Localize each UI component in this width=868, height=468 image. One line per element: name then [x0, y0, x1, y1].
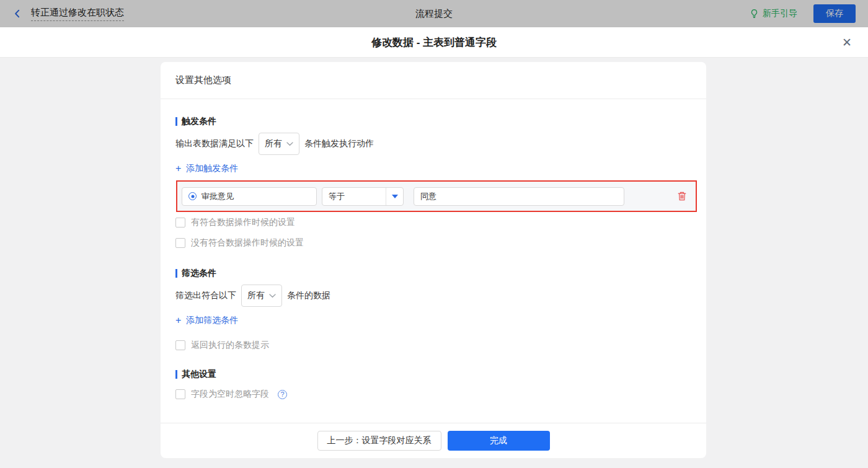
condition-operator-select[interactable]: 等于 — [322, 187, 404, 206]
trigger-checkbox-row-has-match: 有符合数据操作时候的设置 — [175, 217, 691, 228]
modal-backdrop — [0, 0, 868, 27]
filter-match-mode-select[interactable]: 所有 — [241, 285, 282, 307]
section-trigger-title: 触发条件 — [175, 115, 691, 128]
done-button[interactable]: 完成 — [448, 431, 550, 451]
panel-header-title: 设置其他选项 — [175, 74, 231, 86]
section-filter-title: 筛选条件 — [175, 267, 691, 280]
settings-panel: 设置其他选项 触发条件 输出表数据满足以下 所有 条件触发执行动作 + 添加触发… — [161, 62, 706, 458]
app-header: 转正通过修改在职状态 流程提交 新手引导 保存 — [0, 0, 868, 27]
filter-match-suffix: 条件的数据 — [287, 290, 330, 301]
delete-condition-icon[interactable] — [677, 191, 687, 201]
filter-match-row: 筛选出符合以下 所有 条件的数据 — [175, 285, 691, 307]
trigger-match-row: 输出表数据满足以下 所有 条件触发执行动作 — [175, 133, 691, 155]
panel-body: 触发条件 输出表数据满足以下 所有 条件触发执行动作 + 添加触发条件 审批意见… — [161, 99, 706, 423]
panel-header: 设置其他选项 — [161, 62, 706, 99]
section-marker — [175, 269, 177, 278]
checkbox[interactable] — [175, 218, 185, 227]
previous-step-button[interactable]: 上一步：设置字段对应关系 — [317, 431, 441, 451]
checkbox[interactable] — [175, 340, 185, 350]
trigger-condition-row: 审批意见 等于 — [176, 180, 697, 212]
modal-title: 修改数据 - 主表到普通字段 — [371, 35, 497, 50]
help-icon[interactable]: ? — [278, 390, 287, 399]
other-checkbox-row-ignore-empty: 字段为空时忽略字段 ? — [175, 389, 691, 400]
filter-match-prefix: 筛选出符合以下 — [175, 290, 236, 301]
section-marker — [175, 370, 177, 379]
section-marker — [175, 117, 177, 126]
trigger-match-prefix: 输出表数据满足以下 — [175, 138, 254, 149]
trigger-match-suffix: 条件触发执行动作 — [304, 138, 374, 149]
dropdown-caret[interactable] — [386, 188, 403, 205]
add-trigger-condition-link[interactable]: + 添加触发条件 — [175, 162, 238, 175]
filter-checkbox-row-count-hint: 返回执行的条数提示 — [175, 340, 691, 351]
condition-field-select[interactable]: 审批意见 — [182, 187, 317, 206]
panel-footer: 上一步：设置字段对应关系 完成 — [161, 423, 706, 458]
chevron-down-icon — [269, 294, 276, 298]
trigger-match-mode-select[interactable]: 所有 — [259, 133, 299, 155]
condition-value-input[interactable] — [414, 187, 624, 206]
plus-icon: + — [175, 316, 181, 325]
close-icon[interactable]: ✕ — [842, 37, 852, 48]
radio-field-type-icon — [188, 192, 197, 200]
modal-header: 修改数据 - 主表到普通字段 ✕ — [0, 27, 868, 58]
checkbox[interactable] — [175, 238, 185, 248]
add-filter-condition-link[interactable]: + 添加筛选条件 — [175, 314, 238, 327]
trigger-checkbox-row-no-match: 没有符合数据操作时候的设置 — [175, 237, 691, 249]
chevron-down-icon — [286, 142, 293, 146]
section-other-title: 其他设置 — [175, 368, 691, 381]
plus-icon: + — [175, 164, 181, 174]
triangle-down-icon — [392, 195, 398, 198]
checkbox[interactable] — [175, 389, 185, 399]
